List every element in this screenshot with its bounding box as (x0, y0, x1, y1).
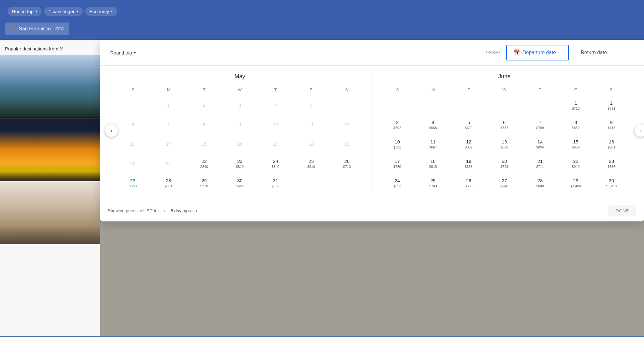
calendar-trip-type-label: Round trip (110, 50, 132, 55)
day-number: 21 (538, 158, 543, 164)
calendar-cell[interactable]: 16$901 (594, 135, 629, 153)
calendar-cell[interactable]: 30$1,210 (594, 174, 629, 192)
calendar-cell[interactable]: 6 (115, 115, 150, 134)
trip-days-next-button[interactable]: › (193, 207, 200, 215)
calendar-cell[interactable]: 15$939 (558, 135, 593, 153)
calendar-cell[interactable]: 23$810 (222, 154, 257, 173)
calendar-cell[interactable]: 5$629 (451, 115, 486, 134)
day-number: 22 (573, 158, 579, 164)
day-price: $810 (236, 165, 244, 168)
june-header-s2: S (593, 86, 629, 93)
calendar-cell[interactable]: 11 (294, 115, 329, 134)
calendar-cell[interactable]: 23$656 (594, 154, 629, 173)
month-divider (372, 73, 372, 192)
departure-date-tab[interactable]: 📅 Departure date (506, 45, 569, 60)
calendar-cell[interactable]: 14$894 (522, 135, 558, 153)
calendar-footer: Showing prices in USD for ‹ 8 day trips … (100, 200, 644, 221)
calendar-trip-type-button[interactable]: Round trip ▾ (108, 49, 139, 57)
calendar-cell[interactable]: 11$667 (415, 135, 450, 153)
calendar-cell[interactable]: 26$683 (451, 174, 486, 192)
calendar-cell[interactable]: 25$910 (294, 154, 329, 173)
calendar-cell[interactable]: 7$769 (522, 115, 558, 134)
calendar-cell[interactable]: 21$711 (522, 154, 558, 173)
calendar-cell[interactable]: 18 (294, 135, 329, 153)
calendar-cell[interactable]: 28$681 (151, 174, 186, 192)
calendar-cell[interactable]: 19 (330, 135, 365, 153)
calendar-cell[interactable]: 26$710 (330, 154, 365, 173)
destination-image-sunset[interactable] (0, 118, 100, 181)
calendar-cell[interactable]: 9 (222, 115, 257, 134)
calendar-cell (115, 96, 150, 115)
calendar-cell[interactable]: 31$636 (258, 174, 293, 192)
reset-button[interactable]: RESET (486, 50, 501, 55)
calendar-cell[interactable]: 25$740 (415, 174, 450, 192)
day-number: 5 (467, 120, 470, 125)
calendar-cell[interactable]: 27$740 (487, 174, 522, 192)
calendar-cell[interactable]: 13 (115, 135, 150, 153)
cabin-class-button[interactable]: Economy ▾ (85, 7, 117, 16)
calendar-cell[interactable]: 29$710 (187, 174, 222, 192)
calendar-cell[interactable]: 20 (115, 154, 150, 173)
day-price: $792 (393, 126, 401, 130)
calendar-cell[interactable]: 5 (294, 96, 329, 115)
day-number: 19 (466, 158, 471, 164)
calendar-cell[interactable]: 27$590 (115, 174, 150, 192)
calendar-cell[interactable]: 4$668 (415, 115, 450, 134)
calendar-cell[interactable]: 9$718 (594, 115, 629, 134)
day-number: 26 (466, 178, 471, 184)
day-number: 19 (344, 141, 350, 147)
calendar-cell[interactable]: 7 (151, 115, 186, 134)
calendar-cell[interactable]: 13$822 (487, 135, 522, 153)
day-number: 4 (432, 120, 434, 125)
day-number: 13 (502, 139, 507, 145)
destination-image-mountains[interactable] (0, 55, 100, 118)
calendar-cell[interactable]: 28$840 (522, 174, 558, 192)
calendar-header: Round trip ▾ RESET 📅 Departure date Retu… (100, 40, 644, 66)
calendar-cell[interactable]: 14 (151, 135, 186, 153)
calendar-cell[interactable]: 10$691 (380, 135, 415, 153)
calendar-cell[interactable]: 3$792 (380, 115, 415, 134)
content-area: Popular destinations from M Round trip ▾… (0, 40, 644, 336)
calendar-cell[interactable]: 4 (258, 96, 293, 115)
june-title: June (380, 73, 629, 80)
day-number: 1 (574, 100, 577, 106)
trip-days-prev-button[interactable]: ‹ (161, 207, 168, 215)
destination-image-building[interactable] (0, 182, 100, 244)
calendar-cell[interactable]: 22$940 (558, 154, 593, 173)
round-trip-button[interactable]: Round trip ▾ (8, 7, 42, 16)
calendar-cell[interactable]: 17 (258, 135, 293, 153)
calendar-cell[interactable]: 2$791 (594, 96, 629, 115)
calendar-cell[interactable]: 2 (187, 96, 222, 115)
return-date-tab[interactable]: Return date (574, 45, 636, 60)
calendar-cell[interactable]: 18$915 (415, 154, 450, 173)
calendar-cell[interactable]: 20$793 (487, 154, 522, 173)
calendar-cell[interactable]: 10 (258, 115, 293, 134)
done-button[interactable]: DONE (608, 205, 636, 216)
calendar-cell[interactable]: 1$710 (558, 96, 593, 115)
calendar-cell[interactable]: 8 (187, 115, 222, 134)
calendar-cell[interactable]: 24$840 (258, 154, 293, 173)
calendar-prev-arrow[interactable]: ‹ (105, 124, 118, 137)
location-chip[interactable]: 📍 San Francisco SFO (5, 23, 69, 35)
day-number: 2 (610, 100, 613, 106)
calendar-cell[interactable]: 6$732 (487, 115, 522, 134)
day-price: $910 (307, 165, 315, 168)
calendar-cell[interactable]: 15 (187, 135, 222, 153)
calendar-cell[interactable]: 30$685 (222, 174, 257, 192)
calendar-cell[interactable]: 24$653 (380, 174, 415, 192)
calendar-cell[interactable]: 16 (222, 135, 257, 153)
calendar-cell[interactable]: 21 (151, 154, 186, 173)
calendar-cell[interactable]: 19$658 (451, 154, 486, 173)
june-header-f: F (558, 86, 594, 93)
day-number: 20 (502, 158, 507, 164)
calendar-cell[interactable]: 3 (222, 96, 257, 115)
calendar-cell[interactable]: 12$832 (451, 135, 486, 153)
calendar-cell[interactable]: 17$760 (380, 154, 415, 173)
calendar-cell[interactable]: 29$1,400 (558, 174, 593, 192)
calendar-cell[interactable]: 12 (330, 115, 365, 134)
calendar-cell[interactable]: 8$832 (558, 115, 593, 134)
calendar-cell[interactable]: 1 (151, 96, 186, 115)
calendar-next-arrow[interactable]: › (635, 124, 644, 137)
passengers-button[interactable]: 1 passenger ▾ (44, 7, 83, 16)
calendar-cell[interactable]: 22$840 (187, 154, 222, 173)
